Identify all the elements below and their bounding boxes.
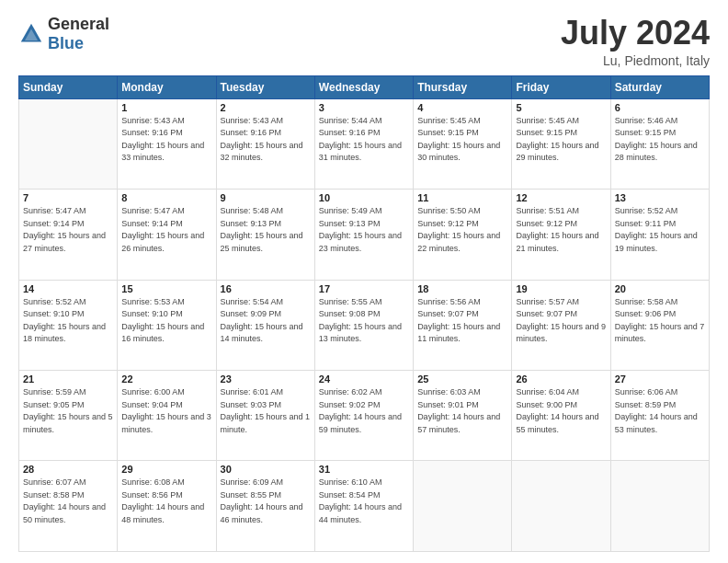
title-month: July 2024 xyxy=(561,15,710,52)
day-number: 27 xyxy=(615,373,705,385)
day-info: Sunrise: 5:51 AM Sunset: 9:12 PM Dayligh… xyxy=(516,205,606,255)
calendar-week-row: 14Sunrise: 5:52 AM Sunset: 9:10 PM Dayli… xyxy=(19,280,710,370)
day-number: 3 xyxy=(319,102,409,113)
weekday-wednesday: Wednesday xyxy=(314,75,413,98)
day-info: Sunrise: 5:47 AM Sunset: 9:14 PM Dayligh… xyxy=(23,205,113,255)
calendar-cell: 14Sunrise: 5:52 AM Sunset: 9:10 PM Dayli… xyxy=(19,280,118,370)
calendar-cell: 11Sunrise: 5:50 AM Sunset: 9:12 PM Dayli… xyxy=(414,190,512,280)
calendar-cell: 20Sunrise: 5:58 AM Sunset: 9:06 PM Dayli… xyxy=(610,280,709,370)
calendar-cell xyxy=(19,98,118,189)
weekday-saturday: Saturday xyxy=(610,75,709,98)
calendar-cell: 1Sunrise: 5:43 AM Sunset: 9:16 PM Daylig… xyxy=(118,98,216,189)
weekday-friday: Friday xyxy=(512,75,610,98)
day-info: Sunrise: 6:04 AM Sunset: 9:00 PM Dayligh… xyxy=(516,386,606,436)
day-info: Sunrise: 5:58 AM Sunset: 9:06 PM Dayligh… xyxy=(615,296,705,346)
day-info: Sunrise: 6:10 AM Sunset: 8:54 PM Dayligh… xyxy=(319,477,409,526)
day-number: 31 xyxy=(319,464,409,475)
day-number: 19 xyxy=(516,283,606,294)
day-info: Sunrise: 5:59 AM Sunset: 9:05 PM Dayligh… xyxy=(23,386,113,436)
calendar-cell: 19Sunrise: 5:57 AM Sunset: 9:07 PM Dayli… xyxy=(512,280,610,370)
day-number: 4 xyxy=(417,102,507,113)
day-info: Sunrise: 5:54 AM Sunset: 9:09 PM Dayligh… xyxy=(221,296,311,346)
day-number: 21 xyxy=(23,373,113,385)
calendar-week-row: 28Sunrise: 6:07 AM Sunset: 8:58 PM Dayli… xyxy=(19,461,710,552)
calendar-cell: 26Sunrise: 6:04 AM Sunset: 9:00 PM Dayli… xyxy=(512,371,610,461)
day-number: 22 xyxy=(121,373,211,385)
day-info: Sunrise: 6:01 AM Sunset: 9:03 PM Dayligh… xyxy=(221,386,311,436)
day-info: Sunrise: 6:06 AM Sunset: 8:59 PM Dayligh… xyxy=(615,386,705,436)
day-number: 10 xyxy=(319,192,409,203)
header: General Blue July 2024 Lu, Piedmont, Ita… xyxy=(18,15,710,68)
day-number: 24 xyxy=(319,373,409,385)
day-number: 28 xyxy=(23,464,113,475)
calendar-cell: 27Sunrise: 6:06 AM Sunset: 8:59 PM Dayli… xyxy=(610,371,709,461)
day-info: Sunrise: 6:02 AM Sunset: 9:02 PM Dayligh… xyxy=(319,386,409,436)
day-number: 26 xyxy=(516,373,606,385)
day-info: Sunrise: 5:48 AM Sunset: 9:13 PM Dayligh… xyxy=(221,205,311,255)
calendar-cell xyxy=(512,461,610,552)
day-number: 7 xyxy=(23,192,113,203)
day-number: 30 xyxy=(221,464,311,475)
weekday-monday: Monday xyxy=(118,75,216,98)
day-info: Sunrise: 6:08 AM Sunset: 8:56 PM Dayligh… xyxy=(121,477,211,526)
day-number: 20 xyxy=(615,283,705,294)
logo-icon xyxy=(18,21,44,47)
day-info: Sunrise: 5:45 AM Sunset: 9:15 PM Dayligh… xyxy=(516,115,606,165)
calendar-cell: 12Sunrise: 5:51 AM Sunset: 9:12 PM Dayli… xyxy=(512,190,610,280)
calendar-cell xyxy=(610,461,709,552)
calendar-cell: 21Sunrise: 5:59 AM Sunset: 9:05 PM Dayli… xyxy=(19,371,118,461)
calendar-cell: 4Sunrise: 5:45 AM Sunset: 9:15 PM Daylig… xyxy=(414,98,512,189)
calendar: Sunday Monday Tuesday Wednesday Thursday… xyxy=(18,75,710,552)
calendar-cell: 15Sunrise: 5:53 AM Sunset: 9:10 PM Dayli… xyxy=(118,280,216,370)
day-number: 12 xyxy=(516,192,606,203)
calendar-cell: 22Sunrise: 6:00 AM Sunset: 9:04 PM Dayli… xyxy=(118,371,216,461)
day-number: 6 xyxy=(615,102,705,113)
calendar-cell: 18Sunrise: 5:56 AM Sunset: 9:07 PM Dayli… xyxy=(414,280,512,370)
calendar-cell xyxy=(414,461,512,552)
calendar-cell: 17Sunrise: 5:55 AM Sunset: 9:08 PM Dayli… xyxy=(314,280,413,370)
day-info: Sunrise: 5:45 AM Sunset: 9:15 PM Dayligh… xyxy=(417,115,507,165)
day-info: Sunrise: 5:52 AM Sunset: 9:10 PM Dayligh… xyxy=(23,296,113,346)
calendar-cell: 30Sunrise: 6:09 AM Sunset: 8:55 PM Dayli… xyxy=(216,461,314,552)
day-number: 13 xyxy=(615,192,705,203)
logo-text: General Blue xyxy=(48,15,109,53)
calendar-cell: 29Sunrise: 6:08 AM Sunset: 8:56 PM Dayli… xyxy=(118,461,216,552)
logo-blue: Blue xyxy=(48,34,84,52)
logo: General Blue xyxy=(18,15,109,53)
day-info: Sunrise: 5:55 AM Sunset: 9:08 PM Dayligh… xyxy=(319,296,409,346)
calendar-cell: 5Sunrise: 5:45 AM Sunset: 9:15 PM Daylig… xyxy=(512,98,610,189)
calendar-cell: 13Sunrise: 5:52 AM Sunset: 9:11 PM Dayli… xyxy=(610,190,709,280)
day-info: Sunrise: 5:43 AM Sunset: 9:16 PM Dayligh… xyxy=(221,115,311,165)
day-info: Sunrise: 5:53 AM Sunset: 9:10 PM Dayligh… xyxy=(121,296,211,346)
calendar-cell: 7Sunrise: 5:47 AM Sunset: 9:14 PM Daylig… xyxy=(19,190,118,280)
calendar-cell: 9Sunrise: 5:48 AM Sunset: 9:13 PM Daylig… xyxy=(216,190,314,280)
logo-general: General xyxy=(48,15,109,33)
title-location: Lu, Piedmont, Italy xyxy=(561,53,710,68)
day-info: Sunrise: 5:57 AM Sunset: 9:07 PM Dayligh… xyxy=(516,296,606,346)
day-number: 5 xyxy=(516,102,606,113)
day-number: 8 xyxy=(121,192,211,203)
day-number: 14 xyxy=(23,283,113,294)
calendar-cell: 2Sunrise: 5:43 AM Sunset: 9:16 PM Daylig… xyxy=(216,98,314,189)
day-info: Sunrise: 6:03 AM Sunset: 9:01 PM Dayligh… xyxy=(417,386,507,436)
day-number: 25 xyxy=(417,373,507,385)
day-info: Sunrise: 5:47 AM Sunset: 9:14 PM Dayligh… xyxy=(121,205,211,255)
day-number: 9 xyxy=(221,192,311,203)
title-block: July 2024 Lu, Piedmont, Italy xyxy=(561,15,710,68)
day-number: 29 xyxy=(121,464,211,475)
day-number: 17 xyxy=(319,283,409,294)
day-number: 15 xyxy=(121,283,211,294)
day-info: Sunrise: 5:49 AM Sunset: 9:13 PM Dayligh… xyxy=(319,205,409,255)
calendar-cell: 8Sunrise: 5:47 AM Sunset: 9:14 PM Daylig… xyxy=(118,190,216,280)
day-info: Sunrise: 5:43 AM Sunset: 9:16 PM Dayligh… xyxy=(121,115,211,165)
day-number: 23 xyxy=(221,373,311,385)
calendar-header-row: Sunday Monday Tuesday Wednesday Thursday… xyxy=(19,75,710,98)
calendar-cell: 6Sunrise: 5:46 AM Sunset: 9:15 PM Daylig… xyxy=(610,98,709,189)
weekday-thursday: Thursday xyxy=(414,75,512,98)
day-number: 11 xyxy=(417,192,507,203)
day-number: 16 xyxy=(221,283,311,294)
calendar-week-row: 21Sunrise: 5:59 AM Sunset: 9:05 PM Dayli… xyxy=(19,371,710,461)
day-info: Sunrise: 5:50 AM Sunset: 9:12 PM Dayligh… xyxy=(417,205,507,255)
calendar-cell: 3Sunrise: 5:44 AM Sunset: 9:16 PM Daylig… xyxy=(314,98,413,189)
calendar-cell: 16Sunrise: 5:54 AM Sunset: 9:09 PM Dayli… xyxy=(216,280,314,370)
